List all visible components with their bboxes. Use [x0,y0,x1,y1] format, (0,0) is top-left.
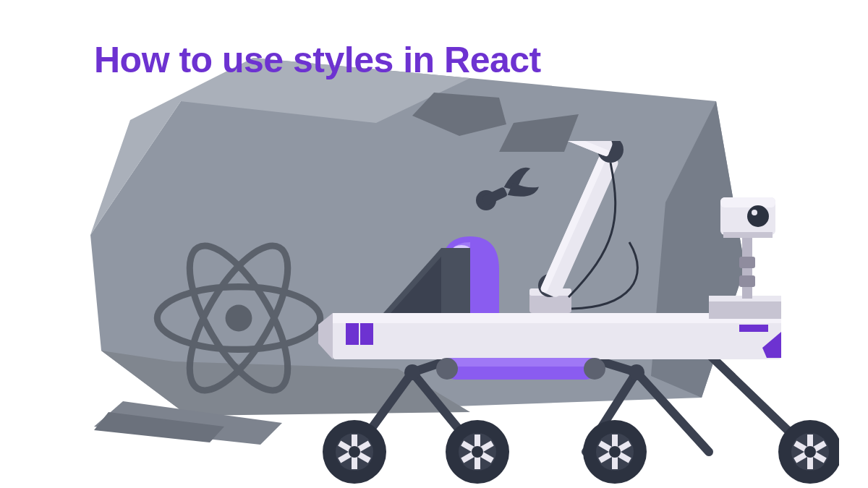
robot-arm-icon [476,141,637,313]
camera-icon [720,197,775,299]
svg-point-52 [747,205,769,227]
svg-rect-54 [723,232,773,238]
svg-point-33 [584,358,605,380]
illustration-stage: How to use styles in React [0,0,868,488]
svg-rect-27 [360,323,373,345]
react-logo-icon [145,224,333,412]
svg-rect-31 [445,358,597,367]
svg-rect-48 [739,257,755,268]
svg-point-19 [404,364,420,380]
svg-rect-41 [540,152,608,294]
svg-point-53 [752,210,757,215]
svg-point-66 [472,446,483,458]
svg-rect-49 [739,275,755,287]
wheel-icon [323,420,839,484]
page-title: How to use styles in React [94,39,541,81]
svg-rect-51 [720,197,775,207]
rover-icon [318,141,839,488]
svg-point-32 [436,358,458,380]
svg-marker-23 [318,313,333,359]
svg-point-20 [629,364,644,380]
svg-line-16 [637,372,709,452]
svg-rect-26 [346,323,359,345]
svg-rect-44 [483,141,610,157]
svg-rect-28 [739,325,768,332]
svg-point-60 [349,446,360,458]
svg-point-72 [609,446,621,458]
svg-point-11 [226,305,252,332]
svg-rect-24 [709,299,781,319]
svg-point-78 [804,446,816,458]
